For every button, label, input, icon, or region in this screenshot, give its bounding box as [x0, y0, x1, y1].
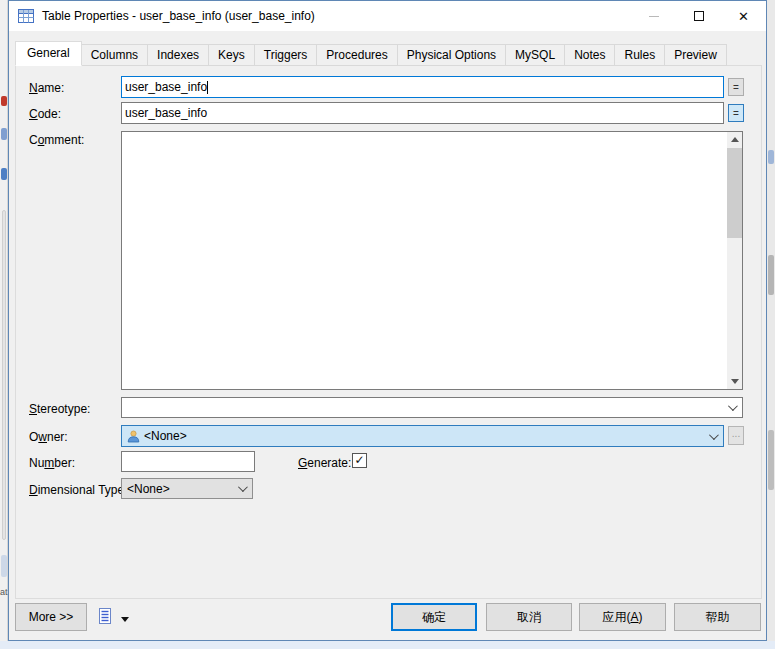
- background-scrollbar-thumb: [768, 255, 774, 295]
- minimize-button: [631, 1, 676, 31]
- report-icon[interactable]: [97, 608, 113, 625]
- close-button[interactable]: ✕: [721, 1, 766, 31]
- name-label: Name:: [29, 81, 64, 95]
- chevron-down-icon: [238, 482, 248, 492]
- tab-preview[interactable]: Preview: [664, 44, 727, 66]
- background-toolbar-icon: [1, 96, 7, 106]
- arrow-up-icon: [731, 137, 739, 142]
- owner-value: <None>: [144, 429, 187, 443]
- code-equals-button[interactable]: =: [728, 104, 744, 122]
- background-scrollbar-thumb: [768, 430, 774, 490]
- table-properties-dialog: Table Properties - user_base_info (user_…: [8, 0, 767, 641]
- check-icon: ✓: [354, 453, 364, 467]
- maximize-icon: [694, 11, 704, 21]
- close-icon: ✕: [738, 9, 749, 24]
- name-equals-button[interactable]: =: [728, 78, 744, 96]
- scroll-up-button[interactable]: [727, 132, 742, 147]
- code-label: Code:: [29, 107, 61, 121]
- arrow-down-icon: [731, 379, 739, 384]
- generate-label: Generate:: [298, 456, 351, 470]
- tab-general[interactable]: General: [15, 41, 82, 66]
- tab-mysql[interactable]: MySQL: [505, 44, 565, 66]
- tab-physical-options[interactable]: Physical Options: [397, 44, 506, 66]
- background-toolbar-icon: [1, 128, 7, 140]
- scroll-down-button[interactable]: [727, 374, 742, 389]
- help-button[interactable]: 帮助: [674, 603, 761, 631]
- background-scrollbar: [2, 210, 6, 540]
- background-app-left-edge: at: [0, 0, 8, 649]
- dimensional-type-combobox[interactable]: <None>: [121, 478, 253, 499]
- background-clipped-text: at: [0, 587, 8, 597]
- dialog-title: Table Properties - user_base_info (user_…: [42, 9, 315, 23]
- comment-textarea[interactable]: [121, 131, 743, 390]
- more-button[interactable]: More >>: [15, 603, 87, 631]
- minimize-icon: [649, 16, 659, 17]
- tab-notes[interactable]: Notes: [564, 44, 615, 66]
- background-toolbar-icon: [768, 150, 774, 164]
- name-input[interactable]: [121, 76, 724, 98]
- tab-keys[interactable]: Keys: [208, 44, 255, 66]
- dropdown-arrow-icon[interactable]: [121, 617, 129, 622]
- comment-scrollbar[interactable]: [727, 132, 742, 389]
- background-toolbar-icon: [1, 555, 7, 577]
- owner-label: Owner:: [29, 430, 68, 444]
- generate-checkbox[interactable]: ✓: [352, 453, 367, 468]
- tab-rules[interactable]: Rules: [614, 44, 665, 66]
- comment-label: Comment:: [29, 133, 84, 147]
- table-icon: [18, 9, 34, 23]
- owner-browse-button[interactable]: ...: [728, 426, 744, 445]
- background-app-bottom-edge: [0, 641, 775, 649]
- code-input[interactable]: [121, 102, 724, 124]
- number-label: Number:: [29, 456, 75, 470]
- number-input[interactable]: [121, 451, 255, 472]
- text-caret: [207, 81, 208, 94]
- chevron-down-icon: [709, 430, 719, 440]
- tab-triggers[interactable]: Triggers: [254, 44, 318, 66]
- tab-columns[interactable]: Columns: [81, 44, 148, 66]
- owner-combobox[interactable]: <None>: [121, 425, 724, 447]
- chevron-down-icon: [728, 401, 738, 411]
- dimensional-type-value: <None>: [127, 482, 170, 496]
- user-icon: [127, 430, 140, 443]
- background-toolbar-icon: [1, 168, 7, 180]
- cancel-button[interactable]: 取消: [486, 603, 572, 631]
- tab-indexes[interactable]: Indexes: [147, 44, 209, 66]
- dimensional-type-label: Dimensional Type:: [29, 483, 128, 497]
- scrollbar-thumb[interactable]: [727, 148, 742, 238]
- tab-strip: General Columns Indexes Keys Triggers Pr…: [15, 41, 726, 66]
- tab-procedures[interactable]: Procedures: [316, 44, 397, 66]
- apply-button[interactable]: 应用(A): [579, 603, 666, 631]
- ok-button[interactable]: 确定: [391, 603, 477, 631]
- maximize-button[interactable]: [676, 1, 721, 31]
- stereotype-combobox[interactable]: [121, 397, 743, 418]
- stereotype-label: Stereotype:: [29, 402, 90, 416]
- background-app-right-edge: [767, 0, 775, 649]
